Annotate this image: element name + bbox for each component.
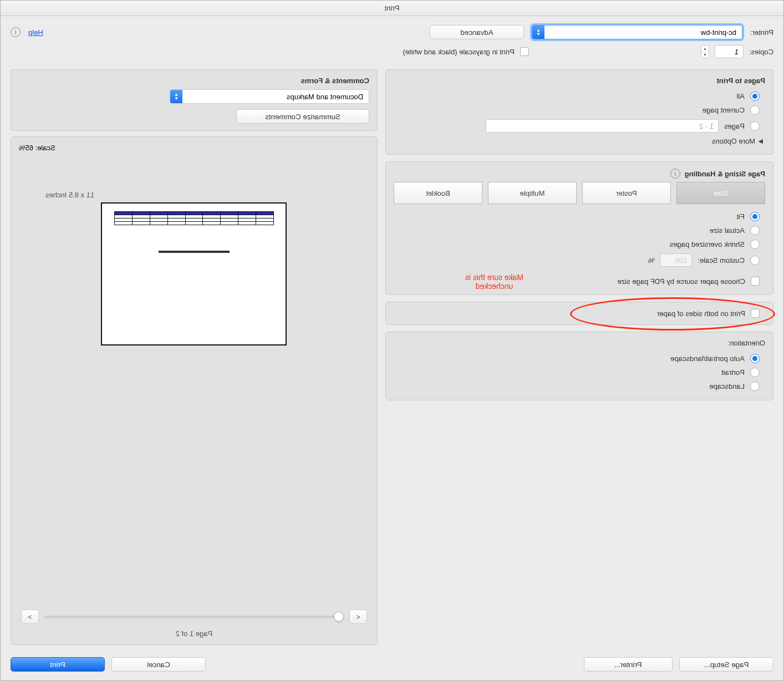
cancel-button[interactable]: Cancel bbox=[111, 657, 206, 672]
page-slider[interactable] bbox=[44, 616, 344, 618]
choose-paper-checkbox[interactable] bbox=[751, 277, 760, 286]
help-info-icon[interactable]: i bbox=[11, 27, 21, 37]
both-sides-checkbox[interactable] bbox=[751, 309, 760, 318]
tab-poster[interactable]: Poster bbox=[582, 182, 671, 204]
disclosure-triangle-icon[interactable]: ▶ bbox=[758, 138, 763, 145]
radio-pages[interactable] bbox=[750, 121, 760, 131]
pages-range-input[interactable]: 1 - 2 bbox=[486, 119, 719, 133]
label-grayscale: Print in grayscale (black and white) bbox=[403, 48, 515, 56]
help-link[interactable]: Help bbox=[28, 28, 43, 37]
label-custom: Custom Scale: bbox=[698, 256, 745, 265]
page-preview bbox=[101, 202, 287, 345]
label-all: All bbox=[737, 92, 745, 100]
heading-sizing: Page Sizing & Handling bbox=[685, 170, 765, 178]
panel-orientation: Orientation: Auto portrait/landscape Por… bbox=[385, 332, 773, 400]
page-counter: Page 1 of 2 bbox=[19, 629, 369, 638]
radio-auto-orient[interactable] bbox=[750, 354, 760, 363]
next-page-button[interactable]: > bbox=[21, 609, 39, 624]
panel-preview: Scale: 65% 11 x 8.5 Inches < > Page 1 of… bbox=[11, 136, 378, 645]
prev-page-button[interactable]: < bbox=[349, 609, 367, 624]
radio-custom[interactable] bbox=[750, 256, 760, 265]
copies-stepper[interactable]: ▲▼ bbox=[701, 45, 709, 58]
label-pages: Pages bbox=[724, 122, 745, 130]
paper-dimensions: 11 x 8.5 Inches bbox=[19, 191, 369, 199]
label-copies: Copies: bbox=[749, 48, 773, 56]
label-fit: Fit bbox=[737, 212, 745, 221]
summarize-comments-button[interactable]: Summarize Comments bbox=[236, 109, 369, 124]
sizing-tabs: Size Poster Multiple Booklet bbox=[394, 182, 765, 204]
tab-multiple[interactable]: Multiple bbox=[488, 182, 577, 204]
panel-sizing: Page Sizing & Handling i Size Poster Mul… bbox=[385, 161, 773, 295]
custom-scale-input[interactable]: 100 bbox=[660, 253, 692, 267]
panel-both-sides: Print on both sides of paper bbox=[385, 302, 773, 325]
radio-shrink[interactable] bbox=[750, 240, 760, 249]
label-portrait: Portrait bbox=[721, 368, 745, 377]
label-more-options[interactable]: More Options bbox=[712, 137, 755, 145]
radio-portrait[interactable] bbox=[750, 368, 760, 377]
comments-select[interactable]: Document and Markups ▲▼ bbox=[170, 89, 369, 104]
tab-booklet[interactable]: Booklet bbox=[394, 182, 482, 204]
label-landscape: Landscape bbox=[709, 382, 745, 390]
select-arrows-icon: ▲▼ bbox=[170, 90, 182, 103]
radio-fit[interactable] bbox=[750, 212, 760, 221]
advanced-button[interactable]: Advanced bbox=[430, 25, 524, 39]
label-choose-paper: Choose paper source by PDF page size bbox=[617, 277, 745, 286]
label-printer: Printer: bbox=[750, 28, 773, 37]
page-setup-button[interactable]: Page Setup... bbox=[679, 657, 773, 672]
panel-pages-to-print: Pages to Print All Current page Pages 1 … bbox=[385, 69, 773, 155]
heading-pages-to-print: Pages to Print bbox=[394, 77, 765, 85]
panel-comments: Comments & Forms Document and Markups ▲▼… bbox=[11, 69, 378, 131]
radio-all[interactable] bbox=[750, 92, 760, 101]
window-title: Print bbox=[1, 1, 783, 16]
annotation-text: Make sure this is unchecked bbox=[465, 273, 523, 291]
label-shrink: Shrink oversized pages bbox=[670, 240, 745, 248]
printer-button[interactable]: Printer... bbox=[584, 657, 673, 672]
copies-input[interactable]: 1 bbox=[715, 45, 744, 58]
label-percent: % bbox=[648, 256, 655, 265]
tab-size[interactable]: Size bbox=[676, 182, 765, 204]
label-current: Current page bbox=[702, 106, 745, 114]
select-arrows-icon: ▲▼ bbox=[532, 26, 544, 39]
radio-landscape[interactable] bbox=[750, 382, 760, 391]
label-actual: Actual size bbox=[710, 226, 745, 235]
print-button[interactable]: Print bbox=[11, 657, 105, 672]
grayscale-checkbox[interactable] bbox=[520, 47, 529, 56]
label-auto-orient: Auto portrait/landscape bbox=[670, 354, 745, 363]
printer-select[interactable]: bc-print-bw ▲▼ bbox=[532, 25, 742, 39]
radio-actual[interactable] bbox=[750, 226, 760, 235]
sizing-info-icon[interactable]: i bbox=[670, 169, 680, 179]
scale-readout: Scale: 65% bbox=[19, 144, 369, 152]
radio-current[interactable] bbox=[750, 105, 760, 115]
label-both-sides: Print on both sides of paper bbox=[657, 309, 745, 318]
heading-orientation: Orientation: bbox=[394, 339, 765, 347]
heading-comments: Comments & Forms bbox=[19, 77, 369, 85]
